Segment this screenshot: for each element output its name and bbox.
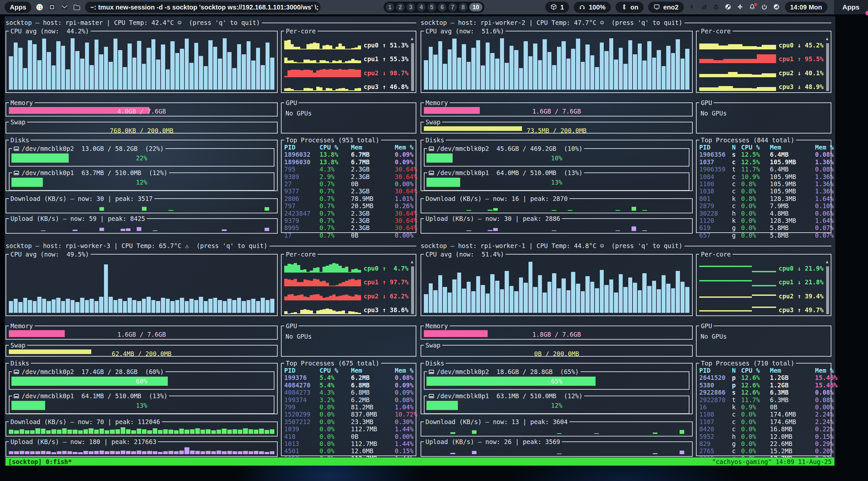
gpu-status: No GPUs bbox=[696, 106, 831, 120]
scroll-up-icon[interactable]: ▲ bbox=[411, 36, 413, 41]
top-processes-label: Top Processes (710 total) bbox=[699, 360, 796, 367]
slack-tray-icon[interactable] bbox=[737, 4, 744, 11]
process-table: PIDNCPU %MemMem %2641520p12.6%1.2GB15.46… bbox=[699, 367, 829, 454]
scrollbar[interactable]: ▲ bbox=[410, 259, 415, 314]
process-row: 15202990.0%837.0MB10.72% bbox=[284, 411, 414, 418]
workspace-8[interactable]: 8 bbox=[459, 3, 467, 11]
per-core-box: Per-core cpu0 ↓ 21.9%cpu1 ↓ 21.8%cpu2 ↑ … bbox=[696, 251, 831, 316]
chart-icon[interactable] bbox=[773, 4, 780, 11]
per-core-value: cpu1 ↑ 95.5% bbox=[779, 55, 824, 62]
scroll-up-icon[interactable]: ▲ bbox=[826, 259, 829, 264]
terminal-window[interactable]: socktop — host: rpi-master | CPU Temp: 4… bbox=[5, 17, 835, 465]
per-core-label: Per-core bbox=[699, 251, 733, 258]
disk-icon bbox=[429, 394, 434, 398]
cpu-avg-box: CPU avg (now: 44.2%) bbox=[6, 28, 278, 93]
workspace-5[interactable]: 5 bbox=[428, 3, 436, 11]
apps-button[interactable]: Apps bbox=[5, 2, 31, 13]
process-row: 1107c0.0%174.6MB2.24% bbox=[699, 418, 829, 425]
window-icon[interactable] bbox=[49, 4, 56, 11]
eq-bars-icon[interactable] bbox=[701, 4, 708, 11]
scrollbar-thumb[interactable] bbox=[411, 43, 414, 91]
pane-title-rule bbox=[262, 23, 416, 23]
disk-percent: 10% bbox=[427, 153, 687, 162]
scrollbar-thumb[interactable] bbox=[826, 266, 829, 314]
per-core-label: Per-core bbox=[284, 28, 317, 35]
disks-label: Disks bbox=[9, 360, 31, 367]
disk-icon bbox=[14, 171, 19, 175]
per-core-box: Per-core cpu0 ↑ 4.7%cpu1 ↑ 97.7%cpu2 ↓ 6… bbox=[281, 251, 416, 316]
per-core-row: cpu1 ↑ 95.5% bbox=[699, 50, 824, 63]
per-core-row: cpu0 ↑ 51.3% bbox=[284, 35, 408, 50]
apps-button-right[interactable]: Apps bbox=[834, 0, 868, 14]
workspace-10[interactable]: 10 bbox=[469, 3, 483, 11]
memory-meter: 1.6GB / 7.6GB bbox=[424, 107, 689, 114]
workspace-1[interactable]: 1 bbox=[385, 3, 394, 11]
tmux-status-bar: [socktop] 0:fish* "cachyos-gaming" 14:09… bbox=[6, 457, 834, 465]
cube-icon bbox=[551, 4, 558, 11]
disk-label: /dev/mmcblk0p2 45.6GB / 469.2GB (10%) bbox=[437, 145, 583, 152]
process-row: 1038c0.8%105.9MB1.36% bbox=[699, 187, 829, 195]
window-count-pill[interactable]: 1 bbox=[545, 2, 569, 13]
scrollbar[interactable]: ▲ bbox=[410, 36, 415, 91]
disk-label: /dev/mmcblk0p1 64.1MB / 510.0MB (13%) bbox=[22, 392, 167, 399]
mail-icon[interactable] bbox=[61, 4, 68, 11]
socktop-pane[interactable]: socktop — host: rpi-worker-1 | CPU Temp:… bbox=[421, 241, 832, 457]
process-row: 89950.7%2.3GB30.64% bbox=[284, 224, 414, 231]
socktop-pane[interactable]: socktop — host: rpi-master | CPU Temp: 4… bbox=[6, 18, 417, 234]
scrollbar-thumb[interactable] bbox=[411, 266, 414, 314]
workspace-4[interactable]: 4 bbox=[417, 3, 426, 11]
top-processes-box: Top Processes (844 total) PIDNCPU %MemMe… bbox=[696, 137, 831, 233]
gpu-status: No GPUs bbox=[696, 330, 831, 343]
disk-icon bbox=[14, 370, 19, 374]
power-icon[interactable] bbox=[761, 4, 768, 11]
per-core-label: Per-core bbox=[699, 28, 733, 35]
download-chart bbox=[9, 426, 274, 434]
process-row: 40842705.4%6.8MB0.09% bbox=[284, 382, 414, 389]
pane-title: socktop — host: rpi-master | CPU Temp: 4… bbox=[6, 18, 416, 27]
socktop-pane[interactable]: socktop — host: rpi-worker-2 | CPU Temp:… bbox=[421, 18, 832, 234]
cpu-avg-label: CPU avg (now: 51.4%) bbox=[424, 251, 506, 258]
tmux-session-label[interactable]: [socktop] 0:fish* bbox=[8, 458, 72, 465]
layers-icon[interactable] bbox=[713, 4, 720, 11]
scrollbar[interactable]: ▲ bbox=[826, 259, 830, 314]
workspace-6[interactable]: 6 bbox=[438, 3, 446, 11]
bolt-icon[interactable] bbox=[688, 4, 695, 11]
workspace-2[interactable]: 2 bbox=[396, 3, 405, 11]
process-row: 1120k0.0%128.3MB1.64% bbox=[699, 217, 829, 224]
workspace-3[interactable]: 3 bbox=[406, 3, 415, 11]
files-icon[interactable] bbox=[73, 4, 81, 11]
disk-icon bbox=[429, 147, 434, 151]
download-box: Download (KB/s) — now: 70 | peak: 112046 bbox=[6, 418, 278, 437]
window-title[interactable]: ~: tmux new-session -d -s socktop 'sockt… bbox=[85, 2, 320, 13]
memory-label: Memory bbox=[424, 322, 450, 330]
clock[interactable]: 14:09 Mon bbox=[785, 2, 828, 13]
per-core-value: cpu3 ↑ 49.7% bbox=[779, 306, 824, 313]
gpu-status: No GPUs bbox=[282, 330, 416, 343]
pane-title: socktop — host: rpi-worker-3 | CPU Temp:… bbox=[6, 241, 416, 250]
socktop-pane[interactable]: socktop — host: rpi-worker-3 | CPU Temp:… bbox=[6, 241, 417, 457]
process-row: 189603213.8%6.7MB0.09% bbox=[284, 151, 414, 158]
scrollbar[interactable]: ▲ bbox=[826, 36, 830, 91]
scroll-up-icon[interactable]: ▲ bbox=[826, 36, 829, 41]
upload-chart bbox=[424, 446, 689, 454]
bluetooth-pill[interactable]: on bbox=[616, 2, 644, 13]
network-pill[interactable]: eno2 bbox=[648, 2, 684, 13]
process-row: 40842734.3%6.8MB0.09% bbox=[284, 389, 414, 396]
scroll-up-icon[interactable]: ▲ bbox=[411, 259, 413, 264]
slack-icon[interactable] bbox=[36, 4, 43, 11]
swap-box: Swap 62.4MB / 200.0MB bbox=[6, 341, 278, 357]
per-core-row: cpu2 ↓ 62.2% bbox=[284, 286, 408, 300]
top-processes-label: Top Processes (953 total) bbox=[284, 137, 381, 144]
disk-percent: 12% bbox=[427, 401, 687, 410]
steam-icon[interactable] bbox=[725, 4, 732, 11]
scrollbar-thumb[interactable] bbox=[826, 43, 829, 91]
disk-usage-bar: 65% bbox=[427, 377, 687, 386]
bell-icon[interactable] bbox=[749, 4, 756, 11]
cpu-avg-label: CPU avg (now: 51.6%) bbox=[424, 28, 506, 35]
process-row: 45010.0%12.0MB0.15% bbox=[284, 447, 414, 454]
workspace-7[interactable]: 7 bbox=[448, 3, 457, 11]
pane-title-text: socktop — host: rpi-worker-1 | CPU Temp:… bbox=[421, 242, 683, 249]
download-box: Download (KB/s) — now: 13 | peak: 3604 bbox=[421, 418, 693, 437]
volume-pill[interactable]: 100% bbox=[574, 2, 611, 13]
disk-box: /dev/mmcblk0p1 63.7MB / 510.0MB (12%) 12… bbox=[9, 169, 274, 191]
